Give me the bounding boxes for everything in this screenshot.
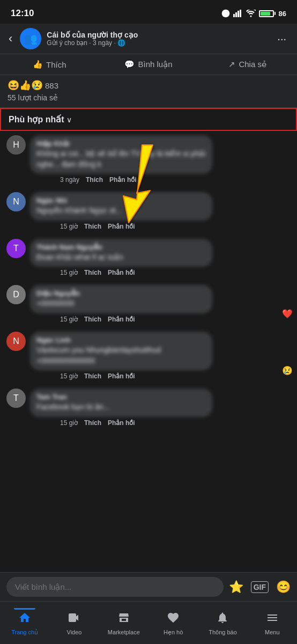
comment-input-bar: ⭐ GIF 😊 [0,572,297,601]
emoji-button[interactable]: 😊 [276,580,291,594]
comment-item: T Tam Tran Facebook bạn bị ăn... 15 giờ … [0,384,297,431]
share-button[interactable]: ↗ Chia sẻ [198,54,297,75]
like-button[interactable]: 👍 Thích [0,54,99,75]
header-info: Cái bố của người thợ cạo Gửi ý cho bạn ·… [47,31,268,47]
like-label: Thích [46,60,66,69]
share-count: 55 lượt chia sẻ [8,93,289,105]
reaction-bar: 👍 Thích 💬 Bình luận ↗ Chia sẻ [0,54,297,75]
comment-avatar: N [6,192,26,211]
nav-label-menu: Menu [265,629,280,635]
nav-item-notifications[interactable]: Thông báo [198,608,247,638]
sort-bar[interactable]: Phù hợp nhất ∨ [0,108,297,131]
comment-time: 15 giờ [60,316,78,323]
comment-input[interactable] [6,577,224,597]
nav-item-menu[interactable]: Menu [248,608,297,638]
comment-reply-action[interactable]: Phản hồi [108,316,135,323]
laugh-emoji: 😆 [8,79,19,91]
comment-author: Thành Nam Nguyễn [36,243,206,251]
battery-icon [259,10,276,17]
svg-rect-1 [233,14,235,17]
telegram-icon [221,9,230,18]
comment-avatar: H [6,135,26,155]
comment-reply-action[interactable]: Phản hồi [108,419,135,427]
shop-icon [117,611,130,627]
comment-button[interactable]: 💬 Bình luận [99,54,198,75]
comment-text: Facebook bạn bị ăn... [36,402,206,413]
reaction-stats: 😆 👍 😢 883 [8,79,289,91]
comment-text: Đoan Khải what if ac tuần [36,252,206,263]
comment-time: 3 ngày [60,176,79,184]
stats-area: 😆 👍 😢 883 55 lượt chia sẻ [0,75,297,108]
nav-label-marketplace: Marketplace [108,629,140,635]
sticker-button[interactable]: ⭐ [229,580,243,594]
comment-item: H Hiệp Khải Không ai coi... bộ sẽ bổ lên… [0,131,297,188]
comment-item: N Ngọc Nhi Nguyễn Khánh Ngọc ơi... 15 gi… [0,188,297,235]
heart-icon [167,611,180,627]
comment-bubble: Thành Nam Nguyễn Đoan Khải what if ac tu… [30,239,212,267]
comment-bubble: Diệu Nguyễn +00000000 [30,285,212,313]
status-time: 12:10 [11,8,34,19]
comment-item: D Diệu Nguyễn +00000000 ❤️ 15 giờ Thích … [0,281,297,327]
gif-button[interactable]: GIF [251,581,269,593]
comment-text: +00000000 [36,298,206,309]
more-button[interactable]: ··· [273,31,291,47]
comment-like-action[interactable]: Thích [84,316,101,323]
group-avatar: 👥 [20,28,41,49]
post-header: ‹ 👥 Cái bố của người thợ cạo Gửi ý cho b… [0,24,297,54]
comment-reply-action[interactable]: Phản hồi [109,176,137,184]
comment-like-action[interactable]: Thích [84,419,101,427]
comment-text: Không ai coi... bộ sẽ bổ lên TV hay là k… [36,149,206,170]
comment-like-action[interactable]: Thích [84,223,101,230]
nav-label-video: Video [67,629,82,635]
comment-text: Nguyễn Khánh Ngọc ơi... [36,206,206,216]
comment-actions: 15 giờ Thích Phản hồi [30,370,291,380]
reaction-emojis: 😆 👍 😢 [8,79,43,91]
nav-item-home[interactable]: Trang chủ [0,608,49,638]
svg-point-0 [221,10,229,18]
comment-reply-action[interactable]: Phản hồi [108,223,135,230]
signal-icon [233,10,243,17]
group-name: Cái bố của người thợ cạo [47,31,268,39]
comment-author: Hiệp Khải [36,140,206,148]
comment-actions: 15 giờ Thích Phản hồi [30,221,291,230]
comment-avatar: D [6,285,26,304]
reaction-count: 883 [45,81,58,90]
comment-actions: 3 ngày Thích Phản hồi [30,174,291,184]
comment-reply-action[interactable]: Phản hồi [108,372,135,380]
like-emoji: 👍 [19,79,31,91]
back-button[interactable]: ‹ [6,30,14,48]
wifi-icon [246,10,256,17]
bell-icon [216,611,229,627]
like-icon: 👍 [33,60,43,69]
comment-avatar: T [6,239,26,258]
sort-label: Phù hợp nhất [9,114,64,125]
comment-actions: 15 giờ Thích Phản hồi [30,417,291,427]
comment-like-action[interactable]: Thích [84,372,101,380]
nav-item-video[interactable]: Video [49,608,99,638]
svg-rect-4 [240,10,241,17]
input-actions: ⭐ GIF 😊 [229,580,291,594]
nav-item-marketplace[interactable]: Marketplace [99,608,148,638]
svg-rect-2 [235,12,237,17]
comment-time: 15 giờ [60,419,78,427]
comment-bubble: Ngọc Nhi Nguyễn Khánh Ngọc ơi... [30,192,212,221]
comment-time: 15 giờ [60,223,78,230]
comment-author: Ngọc Nhi [36,196,206,204]
comment-time: 15 giờ [60,372,78,380]
comment-like-action[interactable]: Thích [86,176,103,184]
home-icon [18,611,31,627]
status-icons: 86 [221,9,286,18]
comment-actions: 15 giờ Thích Phản hồi [30,267,291,276]
share-icon: ↗ [228,60,235,69]
comment-avatar: N [6,332,26,351]
comment-reply-action[interactable]: Phản hồi [108,269,135,276]
comment-avatar: T [6,389,26,408]
share-label: Chia sẻ [239,60,266,69]
battery-percent: 86 [279,10,286,18]
comment-like-action[interactable]: Thích [84,269,101,276]
video-icon [68,611,80,627]
nav-label-home: Trang chủ [11,629,38,636]
nav-item-dating[interactable]: Hẹn hò [148,608,198,638]
status-bar: 12:10 86 [0,0,297,24]
header-subtitle: Gửi ý cho bạn · 3 ngày · 🌐 [47,39,268,47]
